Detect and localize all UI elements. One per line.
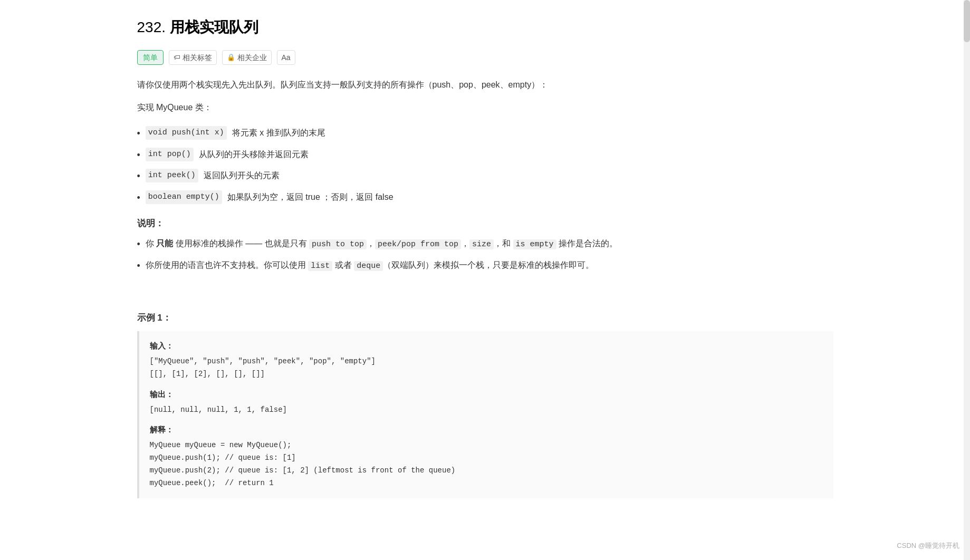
tags-row: 简单 🏷 相关标签 🔒 相关企业 Aa (137, 50, 833, 65)
description-intro: 请你仅使用两个栈实现先入先出队列。队列应当支持一般队列支持的所有操作（push、… (137, 78, 833, 93)
method-pop-code: int pop() (146, 148, 194, 161)
lock-icon: 🔒 (227, 52, 235, 63)
input-label: 输入： (150, 340, 823, 352)
only-bold: 只能 (156, 239, 173, 248)
method-push-text: 将元素 x 推到队列的末尾 (232, 126, 325, 140)
explain-line3: myQueue.push(2); // queue is: [1, 2] (le… (150, 465, 823, 477)
description-implement: 实现 MyQueue 类： (137, 100, 833, 115)
method-pop: int pop() 从队列的开头移除并返回元素 (137, 148, 833, 163)
is-empty-code: is empty (513, 239, 556, 249)
method-push-code: void push(int x) (146, 126, 227, 140)
problem-title-text: 用栈实现队列 (170, 19, 258, 35)
example-block: 输入： ["MyQueue", "push", "push", "peek", … (137, 331, 833, 498)
list-code: list (308, 261, 332, 271)
input-line1: ["MyQueue", "push", "push", "peek", "pop… (150, 355, 823, 368)
note-2-text: 你所使用的语言也许不支持栈。你可以使用 list 或者 deque（双端队列）来… (146, 258, 594, 273)
size-code: size (469, 239, 494, 249)
note-section-title: 说明： (137, 216, 833, 230)
method-peek: int peek() 返回队列开头的元素 (137, 169, 833, 184)
explain-label: 解释： (150, 423, 823, 436)
peek-pop-code: peek/pop from top (375, 239, 461, 249)
method-pop-text: 从队列的开头移除并返回元素 (199, 148, 309, 161)
input-line2: [[], [1], [2], [], [], []] (150, 368, 823, 381)
note-1-text: 你 只能 使用标准的栈操作 —— 也就是只有 push to top，peek/… (146, 237, 618, 251)
font-size-btn[interactable]: Aa (277, 50, 295, 65)
explain-line4: myQueue.peek(); // return 1 (150, 477, 823, 490)
related-tags-btn[interactable]: 🏷 相关标签 (169, 50, 217, 65)
output-value: [null, null, null, 1, 1, false] (150, 404, 823, 417)
output-label: 输出： (150, 388, 823, 401)
related-companies-btn[interactable]: 🔒 相关企业 (222, 50, 272, 65)
method-push: void push(int x) 将元素 x 推到队列的末尾 (137, 126, 833, 141)
method-empty-text: 如果队列为空，返回 true ；否则，返回 false (227, 190, 393, 204)
method-empty: boolean empty() 如果队列为空，返回 true ；否则，返回 fa… (137, 190, 833, 206)
deque-code: deque (354, 261, 383, 271)
related-tags-label: 相关标签 (183, 52, 212, 63)
difficulty-tag[interactable]: 简单 (137, 50, 164, 65)
scrollbar-thumb[interactable] (964, 0, 970, 42)
problem-number: 232. (137, 19, 166, 35)
scrollbar-track[interactable] (964, 0, 970, 540)
method-peek-text: 返回队列开头的元素 (204, 169, 280, 182)
explain-line1: MyQueue myQueue = new MyQueue(); (150, 439, 823, 452)
push-to-top-code: push to top (309, 239, 367, 249)
font-icon: Aa (282, 52, 291, 63)
tag-icon: 🏷 (174, 52, 180, 63)
method-empty-code: boolean empty() (146, 190, 222, 204)
note-list: 你 只能 使用标准的栈操作 —— 也就是只有 push to top，peek/… (137, 237, 833, 274)
explain-line2: myQueue.push(1); // queue is: [1] (150, 452, 823, 465)
note-item-1: 你 只能 使用标准的栈操作 —— 也就是只有 push to top，peek/… (137, 237, 833, 252)
method-list: void push(int x) 将元素 x 推到队列的末尾 int pop()… (137, 126, 833, 206)
method-peek-code: int peek() (146, 169, 198, 182)
note-item-2: 你所使用的语言也许不支持栈。你可以使用 list 或者 deque（双端队列）来… (137, 258, 833, 274)
description-section: 请你仅使用两个栈实现先入先出队列。队列应当支持一般队列支持的所有操作（push、… (137, 78, 833, 115)
page-title: 232. 用栈实现队列 (137, 16, 833, 40)
page-container: 232. 用栈实现队列 简单 🏷 相关标签 🔒 相关企业 Aa 请你仅使用两个栈… (116, 0, 854, 540)
related-companies-label: 相关企业 (237, 52, 267, 63)
example-label: 示例 1： (137, 311, 833, 325)
